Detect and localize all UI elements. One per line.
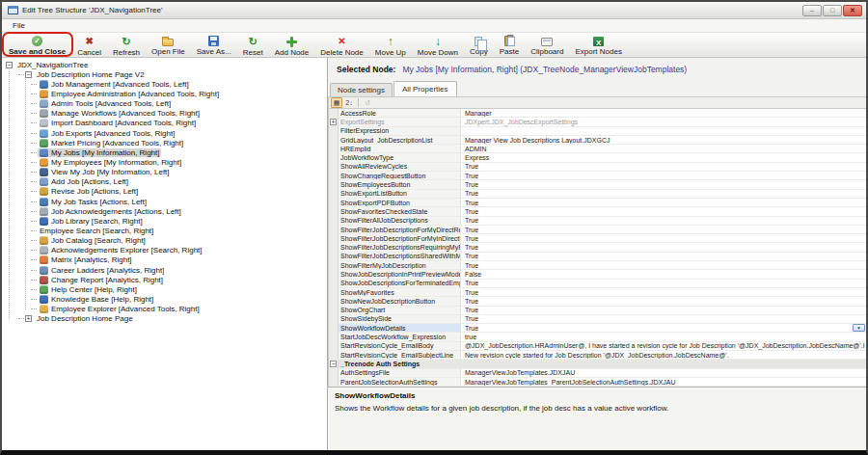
property-row-showfilterjobdescriptionformyindirectreports[interactable]: ShowFilterJobDescriptionForMyInDirectRep… xyxy=(329,234,866,243)
tree-item-knowledge-base[interactable]: Knowledge Base [Help, Right] xyxy=(2,294,327,304)
tree-item-career-ladders[interactable]: Career Ladders [Analytics, Right] xyxy=(2,265,327,275)
tab-node-settings[interactable]: Node settings xyxy=(330,83,393,96)
tree-item-job-library[interactable]: Job Library [Search, Right] xyxy=(2,216,327,226)
property-row-showfilterjobdescriptionsrequiringmyreview[interactable]: ShowFilterJobDescriptionsRequiringMyRevi… xyxy=(329,243,866,252)
property-row-showexportlistbutton[interactable]: ShowExportListButtonTrue xyxy=(329,190,866,199)
tree-item-job-acknowledgements[interactable]: Job Acknowledgements [Actions, Left] xyxy=(2,206,327,216)
clipboard-button[interactable]: Clipboard xyxy=(526,35,568,56)
alphabetical-sort-icon[interactable]: 2↓ xyxy=(343,97,355,108)
tree-item-employee-search[interactable]: Employee Search [Search, Right] xyxy=(2,226,327,235)
property-value[interactable]: True xyxy=(461,199,866,206)
property-value[interactable]: True xyxy=(461,190,866,198)
minimize-button[interactable]: – xyxy=(802,5,822,16)
tree-item-job-description-home-page-v2[interactable]: −Job Description Home Page V2 xyxy=(2,69,327,79)
open-file-button[interactable]: Open File xyxy=(147,35,190,56)
property-row-showfavoritescheckedstate[interactable]: ShowFavoritesCheckedStateTrue xyxy=(329,207,866,216)
property-value[interactable]: New revision cycle started for Job Descr… xyxy=(461,351,866,359)
property-row-showemployeesbutton[interactable]: ShowEmployeesButtonTrue xyxy=(329,180,866,189)
property-value[interactable]: True xyxy=(461,163,866,171)
property-value[interactable]: True▼ xyxy=(461,324,866,332)
tree-item-help-center[interactable]: Help Center [Help, Right] xyxy=(2,284,327,294)
categorized-icon[interactable]: ▦ xyxy=(331,97,342,108)
tree-item-my-employees[interactable]: My Employees [My Information, Right] xyxy=(2,157,327,167)
property-value[interactable]: True xyxy=(461,207,866,215)
property-value[interactable]: true xyxy=(461,333,866,340)
reset-button[interactable]: Reset xyxy=(238,35,268,57)
tree-item-employee-administration[interactable]: Employee Administration [Advanced Tools,… xyxy=(2,89,327,98)
property-row-authsettingsfile[interactable]: AuthSettingsFileManagerViewJobTemplates.… xyxy=(329,369,866,378)
tree-item-revise-job[interactable]: Revise Job [Actions, Left] xyxy=(2,187,327,197)
property-value[interactable]: False xyxy=(461,270,866,278)
property-row-showorgchart[interactable]: ShowOrgChartTrue xyxy=(329,307,866,315)
tree-item-change-report[interactable]: Change Report [Analytics, Right] xyxy=(2,275,327,284)
tree-item-job-description-home-page[interactable]: +Job Description Home Page xyxy=(2,314,327,324)
property-value[interactable]: True xyxy=(461,217,866,225)
cancel-button[interactable]: Cancel xyxy=(72,35,106,57)
file-menu[interactable]: File xyxy=(9,21,29,30)
maximize-button[interactable]: □ xyxy=(823,5,842,16)
property-row-showfilterjobdescriptionssharedwithme[interactable]: ShowFilterJobDescriptionsSharedWithMeTru… xyxy=(329,253,866,261)
tree-item-admin-tools[interactable]: Admin Tools [Advanced Tools, Left] xyxy=(2,99,327,109)
property-row-shownewjobdescriptionbutton[interactable]: ShowNewJobDescriptionButtonTrue xyxy=(329,297,866,306)
close-button[interactable]: ✕ xyxy=(843,5,862,16)
tree-item-my-jobs[interactable]: My Jobs [My Information, Right] xyxy=(2,147,327,157)
property-value[interactable]: ManagerViewJobTemplates.JDXJAU xyxy=(461,369,866,377)
tree-item-import-dashboard[interactable]: Import Dashboard [Advanced Tools, Right] xyxy=(2,119,327,128)
property-row-showchangerequestbutton[interactable]: ShowChangeRequestButtonTrue xyxy=(329,172,866,180)
property-value[interactable]: True xyxy=(461,297,866,305)
property-row-parentjobselectionauthsettings[interactable]: ParentJobSelectionAuthSettingsManagerVie… xyxy=(329,378,866,387)
property-value[interactable]: JDXpert.JDX_JobDescExportSettings xyxy=(461,118,866,125)
property-value[interactable]: True xyxy=(461,180,866,188)
tree-item-my-job-tasks[interactable]: My Job Tasks [Actions, Left] xyxy=(2,197,327,206)
move-down-button[interactable]: Move Down xyxy=(413,35,463,57)
property-value[interactable]: @JDX_JobDescription.HRAdminUser@, I have… xyxy=(461,342,866,350)
property-row-showsidebyside[interactable]: ShowSidebySideTrue xyxy=(329,315,866,324)
delete-node-button[interactable]: Delete Node xyxy=(315,35,367,57)
tree-item-jdx-navigationtree[interactable]: −JDX_NavigationTree xyxy=(2,60,327,69)
refresh-button[interactable]: Refresh xyxy=(108,35,145,57)
tree-item-view-my-job[interactable]: View My Job [My Information, Left] xyxy=(2,168,327,177)
collapse-icon[interactable]: − xyxy=(330,361,337,367)
property-row-startrevisioncycle-emailbody[interactable]: StartRevisionCycle_EmailBody@JDX_JobDesc… xyxy=(329,342,866,351)
property-row-startrevisioncycle-emailsubjectline[interactable]: StartRevisionCycle_EmailSubjectLineNew r… xyxy=(329,351,866,360)
property-value[interactable] xyxy=(461,127,866,135)
tree-item-job-exports[interactable]: Job Exports [Advanced Tools, Right] xyxy=(2,128,327,138)
tree-item-market-pricing[interactable]: Market Pricing [Advanced Tools, Right] xyxy=(2,138,327,147)
value-dropdown-button[interactable]: ▼ xyxy=(853,324,865,332)
export-nodes-button[interactable]: Export Nodes xyxy=(570,35,626,56)
move-up-button[interactable]: Move Up xyxy=(370,35,411,57)
property-row-showworkflowdetails[interactable]: ShowWorkflowDetailsTrue▼ xyxy=(329,324,866,333)
property-value[interactable]: True xyxy=(461,243,866,251)
property-value[interactable]: True xyxy=(461,288,866,296)
tree-item-manage-workflows[interactable]: Manage Workflows [Advanced Tools, Right] xyxy=(2,109,327,119)
add-node-button[interactable]: Add Node xyxy=(270,35,314,57)
expand-icon[interactable]: + xyxy=(25,315,32,322)
tree-item-job-catalog[interactable]: Job Catalog [Search, Right] xyxy=(2,236,327,246)
property-value[interactable]: True xyxy=(461,261,866,269)
property-pages-icon[interactable]: ↺ xyxy=(362,97,373,108)
expand-icon[interactable]: + xyxy=(330,119,337,125)
property-row-startjobdescworkflow-expression[interactable]: StartJobDescWorkflow_Expressiontrue xyxy=(329,333,866,341)
property-row-accessrole[interactable]: AccessRoleManager xyxy=(329,109,866,118)
property-row-filterexpression[interactable]: FilterExpression xyxy=(329,127,866,136)
tree-item-acknowledgements-explorer[interactable]: Acknowledgements Explorer [Search, Right… xyxy=(2,246,327,255)
property-row-showfilteralljobdescriptions[interactable]: ShowFilterAllJobDescriptionsTrue xyxy=(329,217,866,226)
property-value[interactable]: Manager View Job Descriptions Layout.JDX… xyxy=(461,136,866,144)
property-value[interactable]: ADMIN xyxy=(461,145,866,152)
property-value[interactable]: True xyxy=(461,307,866,314)
property-value[interactable]: ManagerViewJobTemplates_ParentJobSelecti… xyxy=(461,378,866,386)
copy-button[interactable]: Copy xyxy=(465,35,493,56)
paste-button[interactable]: Paste xyxy=(495,35,524,56)
property-value[interactable]: True xyxy=(461,226,866,233)
save-and-close-button[interactable]: Save and Close xyxy=(4,35,70,56)
property-row-showfilterjobdescriptionformydirectreports[interactable]: ShowFilterJobDescriptionForMyDirectRepor… xyxy=(329,226,866,234)
collapse-icon[interactable]: − xyxy=(6,62,13,68)
collapse-icon[interactable]: − xyxy=(25,71,32,78)
property-row-showallreviewcycles[interactable]: ShowAllReviewCyclesTrue xyxy=(329,163,866,172)
tree-item-employee-explorer[interactable]: Employee Explorer [Advanced Tools, Right… xyxy=(2,305,327,314)
property-row-showjobdescriptionsforterminatedemployees[interactable]: ShowJobDescriptionsForTerminatedEmployee… xyxy=(329,280,866,288)
property-value[interactable]: True xyxy=(461,234,866,242)
property-value[interactable]: True xyxy=(461,253,866,260)
property-row-jobworkflowtype[interactable]: JobWorkflowTypeExpress xyxy=(329,153,866,162)
tree-item-matrix[interactable]: Matrix [Analytics, Right] xyxy=(2,255,327,265)
